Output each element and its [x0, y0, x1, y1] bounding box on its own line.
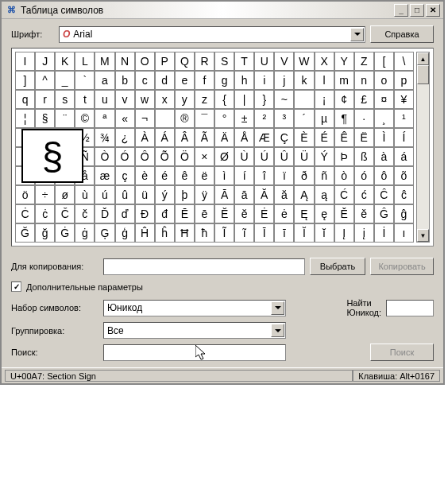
char-cell[interactable]: é — [155, 166, 175, 185]
chevron-down-icon[interactable] — [350, 28, 364, 41]
char-cell[interactable]: ¨ — [55, 109, 75, 128]
char-cell[interactable]: Q — [175, 52, 195, 71]
char-cell[interactable]: Ħ — [175, 223, 195, 243]
char-cell[interactable]: ³ — [274, 109, 294, 128]
char-cell[interactable]: Ć — [334, 185, 354, 204]
char-cell[interactable]: W — [294, 52, 314, 71]
char-cell[interactable]: S — [214, 52, 234, 71]
char-cell[interactable]: ð — [294, 166, 314, 185]
char-cell[interactable]: J — [35, 52, 55, 71]
char-cell[interactable]: ± — [234, 109, 254, 128]
char-cell[interactable]: Ì — [374, 128, 394, 147]
char-cell[interactable]: o — [374, 71, 394, 90]
char-cell[interactable]: Ü — [294, 147, 314, 166]
char-cell[interactable]: ê — [175, 166, 195, 185]
char-cell[interactable]: ì — [214, 166, 234, 185]
char-cell[interactable]: [ — [374, 52, 394, 71]
char-cell[interactable]: ® — [175, 109, 195, 128]
char-cell[interactable]: þ — [175, 185, 195, 204]
char-cell[interactable]: ă — [274, 185, 294, 204]
char-cell[interactable]: ¤ — [374, 90, 394, 109]
help-button[interactable]: Справка — [370, 25, 434, 43]
char-cell[interactable]: Ā — [214, 185, 234, 204]
char-cell[interactable]: ` — [75, 71, 95, 90]
char-cell[interactable]: ğ — [35, 223, 55, 243]
char-cell[interactable]: i — [254, 71, 274, 90]
charset-combo[interactable]: Юникод — [103, 300, 286, 316]
char-cell[interactable]: à — [374, 147, 394, 166]
char-cell[interactable]: ě — [354, 204, 374, 223]
char-cell[interactable]: î — [254, 166, 274, 185]
char-cell[interactable]: ¿ — [115, 128, 135, 147]
char-cell[interactable]: £ — [354, 90, 374, 109]
char-cell[interactable]: ñ — [315, 166, 334, 185]
char-cell[interactable]: Å — [234, 128, 254, 147]
char-cell[interactable]: R — [195, 52, 214, 71]
char-cell[interactable]: Ò — [95, 147, 114, 166]
char-cell[interactable]: ] — [15, 71, 35, 90]
char-cell[interactable]: I — [15, 52, 35, 71]
char-cell[interactable]: ĥ — [155, 223, 175, 243]
char-cell[interactable]: è — [135, 166, 155, 185]
char-cell[interactable]: N — [115, 52, 135, 71]
char-cell[interactable]: Ù — [234, 147, 254, 166]
char-cell[interactable]: Ĉ — [374, 185, 394, 204]
char-cell[interactable]: ĩ — [234, 223, 254, 243]
char-cell[interactable]: ģ — [115, 223, 135, 243]
char-cell[interactable]: c — [135, 71, 155, 90]
char-cell[interactable]: Į — [334, 223, 354, 243]
char-cell[interactable]: Ą — [294, 185, 314, 204]
char-cell[interactable]: U — [254, 52, 274, 71]
char-cell[interactable]: ò — [334, 166, 354, 185]
char-cell[interactable]: ď — [115, 204, 135, 223]
char-cell[interactable]: T — [234, 52, 254, 71]
char-cell[interactable]: Ê — [334, 128, 354, 147]
char-cell[interactable]: b — [115, 71, 135, 90]
char-cell[interactable]: Z — [354, 52, 374, 71]
char-cell[interactable]: ā — [234, 185, 254, 204]
search-button[interactable]: Поиск — [370, 344, 434, 361]
char-cell[interactable]: Ĕ — [214, 204, 234, 223]
char-cell[interactable]: Ç — [274, 128, 294, 147]
char-cell[interactable]: Ö — [175, 147, 195, 166]
char-cell[interactable]: Ë — [354, 128, 374, 147]
char-cell[interactable]: Č — [55, 204, 75, 223]
char-cell[interactable]: ² — [254, 109, 274, 128]
char-cell[interactable]: Þ — [334, 147, 354, 166]
char-cell[interactable]: ^ — [35, 71, 55, 90]
char-cell[interactable]: ë — [195, 166, 214, 185]
chevron-down-icon[interactable] — [271, 324, 284, 337]
char-cell[interactable]: h — [234, 71, 254, 90]
copy-field[interactable] — [103, 258, 305, 275]
char-cell[interactable]: ¡ — [315, 90, 334, 109]
char-cell[interactable]: ¾ — [95, 128, 114, 147]
char-cell[interactable]: d — [155, 71, 175, 90]
char-cell[interactable]: O — [135, 52, 155, 71]
char-cell[interactable]: Ä — [214, 128, 234, 147]
char-cell[interactable]: ī — [274, 223, 294, 243]
char-cell[interactable]: ħ — [195, 223, 214, 243]
char-cell[interactable]: j — [274, 71, 294, 90]
char-cell[interactable]: n — [354, 71, 374, 90]
char-cell[interactable]: Đ — [135, 204, 155, 223]
char-cell[interactable]: ÿ — [195, 185, 214, 204]
char-cell[interactable]: Õ — [155, 147, 175, 166]
maximize-button[interactable]: □ — [410, 4, 424, 17]
char-cell[interactable]: ¢ — [334, 90, 354, 109]
char-cell[interactable]: Ĥ — [135, 223, 155, 243]
char-cell[interactable]: Ę — [294, 204, 314, 223]
char-cell[interactable]: p — [394, 71, 414, 90]
char-cell[interactable]: ø — [55, 185, 75, 204]
char-cell[interactable]: ı — [394, 223, 414, 243]
char-cell[interactable]: İ — [374, 223, 394, 243]
copy-button[interactable]: Копировать — [370, 258, 434, 275]
char-cell[interactable]: l — [315, 71, 334, 90]
char-cell[interactable]: Ě — [334, 204, 354, 223]
char-cell[interactable]: Â — [175, 128, 195, 147]
char-cell[interactable]: ġ — [75, 223, 95, 243]
char-cell[interactable]: Ĩ — [214, 223, 234, 243]
char-cell[interactable]: Ġ — [55, 223, 75, 243]
char-cell[interactable]: P — [155, 52, 175, 71]
char-cell[interactable]: ~ — [274, 90, 294, 109]
select-button[interactable]: Выбрать — [310, 258, 365, 275]
